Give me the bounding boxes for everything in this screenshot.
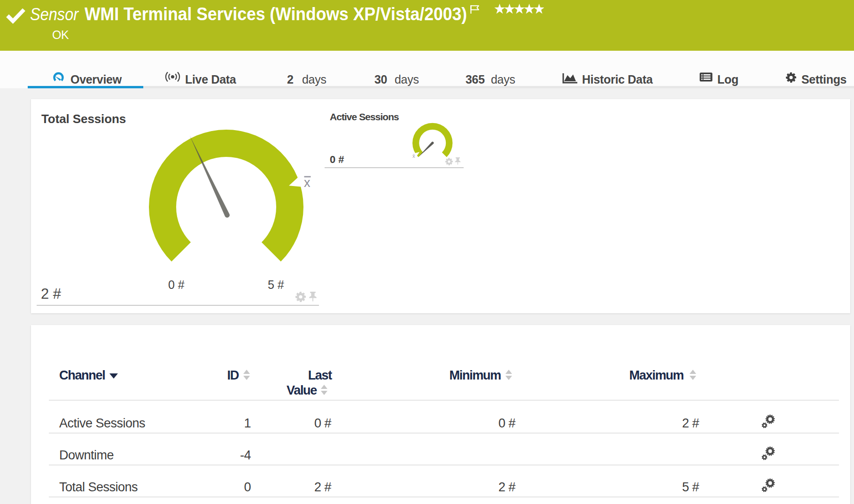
svg-text:x: x bbox=[304, 176, 311, 190]
svg-text:x̄: x̄ bbox=[412, 153, 415, 159]
